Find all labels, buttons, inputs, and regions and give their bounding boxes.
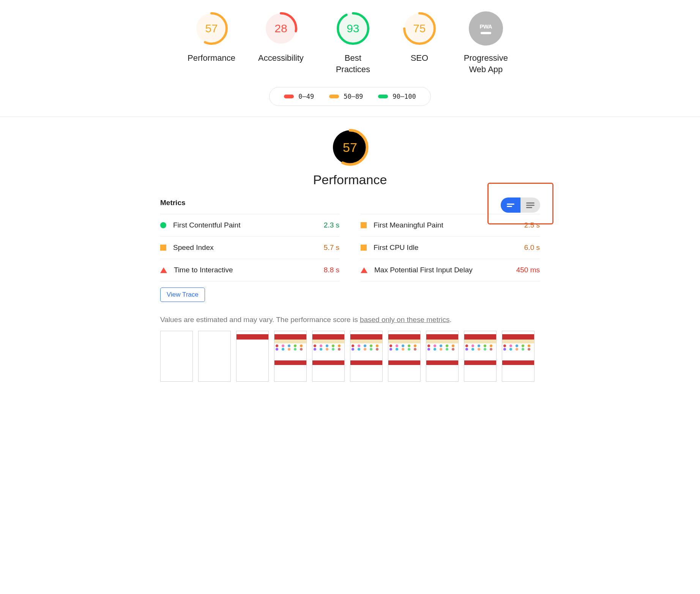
gauge-best-practices[interactable]: 93 Best Practices xyxy=(326,11,380,75)
filmstrip-frame[interactable] xyxy=(426,331,459,382)
score-value: 93 xyxy=(336,11,370,46)
filmstrip-frame[interactable] xyxy=(198,331,231,382)
performance-header: 57 Performance xyxy=(160,128,540,187)
score-label: Accessibility xyxy=(258,52,304,64)
square-average-icon xyxy=(361,222,367,228)
pwa-icon: PWA xyxy=(469,11,503,46)
circle-pass-icon xyxy=(160,222,166,228)
filmstrip-frame[interactable] xyxy=(388,331,421,382)
score-label: Progressive Web App xyxy=(459,52,512,75)
filmstrip-frame[interactable] xyxy=(236,331,269,382)
score-summary: 57 Performance 28 Accessibility 93 Best … xyxy=(0,0,700,82)
filmstrip-frame[interactable] xyxy=(464,331,497,382)
metric-name: Speed Index xyxy=(173,243,317,252)
metric-row[interactable]: Max Potential First Input Delay450 ms xyxy=(361,259,540,281)
filmstrip-frame[interactable] xyxy=(502,331,534,382)
legend-average: 50–89 xyxy=(329,93,363,100)
view-toggle[interactable] xyxy=(501,197,540,213)
metric-value: 8.8 s xyxy=(324,266,339,274)
section-title: Performance xyxy=(313,172,387,187)
triangle-fail-icon xyxy=(160,267,167,273)
legend-fail: 0–49 xyxy=(284,93,314,100)
metrics-note-link[interactable]: based only on these metrics xyxy=(360,316,450,324)
square-average-icon xyxy=(361,245,367,251)
highlight-annotation xyxy=(487,183,553,224)
metric-value: 5.7 s xyxy=(324,243,339,252)
score-value: 28 xyxy=(264,11,298,46)
gauge-performance[interactable]: 57 Performance xyxy=(188,11,235,75)
gauge-pwa[interactable]: PWA Progressive Web App xyxy=(459,11,512,75)
metric-row[interactable]: First CPU Idle6.0 s xyxy=(361,236,540,259)
score-value: 75 xyxy=(402,11,437,46)
view-trace-button[interactable]: View Trace xyxy=(160,288,205,302)
metrics-heading: Metrics xyxy=(160,199,186,207)
square-average-icon xyxy=(160,245,166,251)
metric-name: First CPU Idle xyxy=(374,243,517,252)
toggle-collapsed-icon[interactable] xyxy=(501,197,520,213)
performance-score: 57 xyxy=(331,128,369,166)
legend-pass: 90–100 xyxy=(378,93,416,100)
triangle-fail-icon xyxy=(361,267,367,273)
metric-name: Max Potential First Input Delay xyxy=(374,266,509,274)
score-label: SEO xyxy=(411,52,428,64)
metric-value: 2.3 s xyxy=(324,221,339,229)
metric-value: 450 ms xyxy=(516,266,540,274)
metrics-note: Values are estimated and may vary. The p… xyxy=(160,316,540,324)
metric-row[interactable]: Speed Index5.7 s xyxy=(160,236,339,259)
toggle-expanded-icon[interactable] xyxy=(520,197,540,213)
metric-row[interactable]: First Contentful Paint2.3 s xyxy=(160,214,339,236)
filmstrip-frame[interactable] xyxy=(160,331,193,382)
filmstrip-frame[interactable] xyxy=(274,331,307,382)
gauge-seo[interactable]: 75 SEO xyxy=(402,11,437,75)
score-value: 57 xyxy=(194,11,229,46)
filmstrip xyxy=(160,331,540,382)
metrics-table: First Contentful Paint2.3 sFirst Meaning… xyxy=(160,214,540,281)
metric-name: Time to Interactive xyxy=(174,266,317,274)
metric-name: First Contentful Paint xyxy=(173,221,317,229)
gauge-accessibility[interactable]: 28 Accessibility xyxy=(258,11,304,75)
score-label: Best Practices xyxy=(326,52,380,75)
score-label: Performance xyxy=(188,52,235,64)
filmstrip-frame[interactable] xyxy=(350,331,383,382)
metric-row[interactable]: Time to Interactive8.8 s xyxy=(160,259,339,281)
score-legend: 0–49 50–89 90–100 xyxy=(0,87,700,106)
metric-value: 6.0 s xyxy=(524,243,540,252)
filmstrip-frame[interactable] xyxy=(312,331,345,382)
